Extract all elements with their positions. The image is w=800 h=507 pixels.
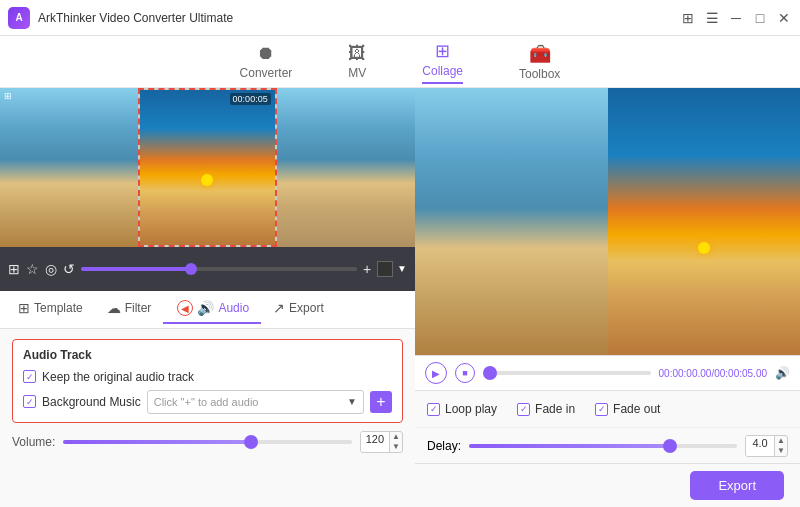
rotate-icon[interactable]: ↺ (63, 261, 75, 277)
export-tab-icon: ↗ (273, 300, 285, 316)
volume-thumb[interactable] (244, 435, 258, 449)
loop-play-checkbox[interactable] (427, 403, 440, 416)
right-volume-icon[interactable]: 🔊 (775, 366, 790, 380)
grid-icon[interactable]: ⊞ (680, 10, 696, 26)
bg-music-label: Background Music (42, 395, 141, 409)
menu-icon[interactable]: ☰ (704, 10, 720, 26)
bg-music-row: Background Music Click "+" to add audio … (23, 390, 392, 414)
loop-play-label: Loop play (445, 402, 497, 416)
app-logo: A (8, 7, 30, 29)
dropdown-arrow-icon: ▼ (347, 396, 357, 407)
playback-timeline[interactable] (483, 371, 651, 375)
delay-value[interactable]: 4.0 (746, 436, 774, 456)
volume-value[interactable]: 120 (361, 432, 389, 452)
nav-toolbox[interactable]: 🧰 Toolbox (511, 39, 568, 85)
filter-icon: ☁ (107, 300, 121, 316)
tab-template[interactable]: ⊞ Template (6, 294, 95, 324)
audio-track-section: Audio Track Keep the original audio trac… (12, 339, 403, 423)
delay-up-button[interactable]: ▲ (775, 436, 787, 446)
bg-music-placeholder: Click "+" to add audio (154, 396, 259, 408)
right-thumbnail-1 (415, 88, 608, 355)
collage-icon: ⊞ (435, 40, 450, 62)
right-thumbnail-2 (608, 88, 801, 355)
grid-ctrl-icon[interactable]: ⊞ (8, 261, 20, 277)
volume-ctrl-icon[interactable]: + (363, 261, 371, 277)
keep-original-checkbox[interactable] (23, 370, 36, 383)
right-video-cell-2[interactable] (608, 88, 801, 355)
bg-music-checkbox[interactable] (23, 395, 36, 408)
minimize-icon[interactable]: ─ (728, 10, 744, 26)
fade-in-checkbox[interactable] (517, 403, 530, 416)
volume-label: Volume: (12, 435, 55, 449)
delay-down-button[interactable]: ▼ (775, 446, 787, 456)
nav-mv[interactable]: 🖼 MV (340, 39, 374, 84)
timeline-thumb[interactable] (185, 263, 197, 275)
close-icon[interactable]: ✕ (776, 10, 792, 26)
volume-slider[interactable] (63, 440, 351, 444)
keep-original-label: Keep the original audio track (42, 370, 194, 384)
bg-music-select[interactable]: Click "+" to add audio ▼ (147, 390, 364, 414)
nav-toolbox-label: Toolbox (519, 67, 560, 81)
template-icon: ⊞ (18, 300, 30, 316)
app-title: ArkThinker Video Converter Ultimate (38, 11, 680, 25)
export-button[interactable]: Export (690, 471, 784, 500)
play-button[interactable]: ▶ (425, 362, 447, 384)
delay-slider[interactable] (469, 444, 737, 448)
right-options: Loop play Fade in Fade out (415, 391, 800, 427)
delay-thumb[interactable] (663, 439, 677, 453)
video-timeline-slider[interactable] (81, 267, 357, 271)
right-panel: ▶ ■ 00:00:00.00/00:00:05.00 🔊 Loop play … (415, 88, 800, 507)
right-video-cell-1[interactable] (415, 88, 608, 355)
fade-in-option: Fade in (517, 402, 575, 416)
tab-filter[interactable]: ☁ Filter (95, 294, 164, 324)
delay-spinners: ▲ ▼ (774, 436, 787, 456)
time-current: 00:00:00.00 (659, 368, 712, 379)
video-thumbnail-1 (0, 88, 138, 247)
audio-icon: 🔊 (197, 300, 214, 316)
add-audio-button[interactable]: + (370, 391, 392, 413)
video-cell-3[interactable] (277, 88, 415, 247)
title-bar: A ArkThinker Video Converter Ultimate ⊞ … (0, 0, 800, 36)
tab-export[interactable]: ↗ Export (261, 294, 336, 324)
fade-out-label: Fade out (613, 402, 660, 416)
volume-up-button[interactable]: ▲ (390, 432, 402, 442)
volume-input-group: 120 ▲ ▼ (360, 431, 403, 453)
delay-label: Delay: (427, 439, 461, 453)
right-preview (415, 88, 800, 355)
tab-audio[interactable]: ◀ 🔊 Audio (163, 294, 261, 324)
fade-in-label: Fade in (535, 402, 575, 416)
main-content: ⊞ 00:00:05 ⊞ ☆ ◎ ↺ (0, 88, 800, 507)
nav-collage[interactable]: ⊞ Collage (414, 36, 471, 88)
tab-audio-label: Audio (218, 301, 249, 315)
volume-row: Volume: 120 ▲ ▼ (12, 431, 403, 453)
stop-button[interactable]: ■ (455, 363, 475, 383)
tab-template-label: Template (34, 301, 83, 315)
tab-filter-label: Filter (125, 301, 152, 315)
mv-icon: 🖼 (348, 43, 366, 64)
video-timestamp-2: 00:00:05 (230, 93, 271, 105)
converter-icon: ⏺ (257, 43, 275, 64)
loop-play-option: Loop play (427, 402, 497, 416)
settings-icon[interactable]: ◎ (45, 261, 57, 277)
nav-mv-label: MV (348, 66, 366, 80)
keep-original-row: Keep the original audio track (23, 370, 392, 384)
window-controls: ⊞ ☰ ─ □ ✕ (680, 10, 792, 26)
nav-converter[interactable]: ⏺ Converter (232, 39, 301, 84)
video-cell-1[interactable]: ⊞ (0, 88, 138, 247)
fade-out-checkbox[interactable] (595, 403, 608, 416)
audio-arrow-indicator: ◀ (177, 300, 193, 316)
video-cell-2[interactable]: 00:00:05 (138, 88, 276, 247)
tabs-row: ⊞ Template ☁ Filter ◀ 🔊 Audio ↗ Export (0, 291, 415, 329)
video-thumbnail-3 (277, 88, 415, 247)
volume-down-button[interactable]: ▼ (390, 442, 402, 452)
dropdown-chevron-icon[interactable]: ▼ (397, 263, 407, 274)
nav-collage-label: Collage (422, 64, 463, 78)
time-total: 00:00:05.00 (714, 368, 767, 379)
add-media-icon-1: ⊞ (4, 91, 12, 101)
delay-row: Delay: 4.0 ▲ ▼ (415, 427, 800, 463)
playback-thumb[interactable] (483, 366, 497, 380)
aspect-ratio-selector[interactable] (377, 261, 393, 277)
maximize-icon[interactable]: □ (752, 10, 768, 26)
video-grid: ⊞ 00:00:05 (0, 88, 415, 247)
star-icon[interactable]: ☆ (26, 261, 39, 277)
